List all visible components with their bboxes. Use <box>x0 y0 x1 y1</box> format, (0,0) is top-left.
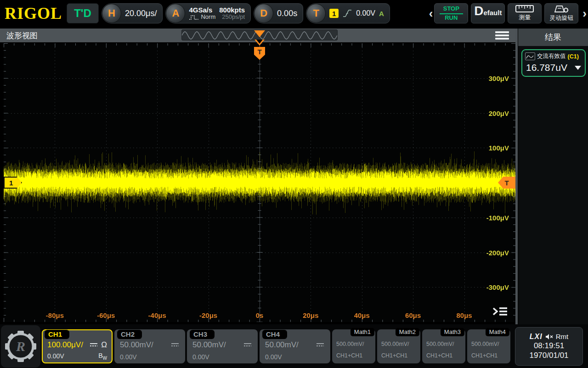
x-axis-label: 0s <box>256 311 264 319</box>
rigol-logo: RIGOL <box>5 4 62 23</box>
channel-button-ch3[interactable]: CH3 50.00mV/ 0.00V <box>187 329 258 363</box>
channel-offset: 0.00V <box>120 353 137 361</box>
channel-scale: 50.00mV/ <box>265 340 299 350</box>
math-scale: 500.00mV/ <box>381 341 418 347</box>
math-expression: CH1+CH1 <box>426 352 464 359</box>
toolbar-scroll-left-icon[interactable]: ‹ <box>428 3 435 23</box>
waveform-overview-strip[interactable] <box>181 29 338 40</box>
acquisition-mode-value: Norm <box>201 14 215 21</box>
speaker-muted-icon <box>545 334 553 340</box>
ruler-icon <box>515 5 534 12</box>
trigger-status-badge: T'D <box>67 3 99 23</box>
math-expression: CH1+CH1 <box>336 352 373 359</box>
measurement-thumbnail-icon <box>525 52 535 60</box>
default-label-rest: efault <box>483 9 502 17</box>
measurement-dropdown-icon[interactable] <box>575 66 581 70</box>
math-button-math3[interactable]: Math3 500.00mV/ CH1+CH1 <box>422 329 465 363</box>
measure-button[interactable]: 测量 <box>508 3 542 23</box>
trigger-position-marker[interactable]: T <box>254 40 266 60</box>
panel-divider[interactable] <box>515 29 518 324</box>
waveform-trace-canvas <box>4 43 515 322</box>
bottom-bar: R CH1 100.00μV/ Ω 0.00V BW <box>0 324 588 368</box>
channel-button-ch2[interactable]: CH2 50.00mV/ 0.00V <box>114 329 185 363</box>
rigol-menu-button[interactable]: R <box>1 325 40 368</box>
trigger-knob[interactable]: T <box>306 4 326 23</box>
measurement-card[interactable]: 交流有效值 (C1) 16.787uV <box>521 49 586 77</box>
memory-depth-value: 800kpts <box>219 6 245 14</box>
delay-key-label: D <box>260 7 267 19</box>
system-time: 08:19:51 <box>534 341 564 351</box>
channel-scale: 100.00μV/ <box>47 340 83 350</box>
lxi-logo: LXI <box>530 333 543 341</box>
y-axis-label: -100μV <box>486 213 509 221</box>
status-clock-panel[interactable]: LXI Rmt 08:19:51 1970/01/01 <box>515 327 583 366</box>
run-label: RUN <box>445 14 458 22</box>
top-bar: RIGOL T'D H 20.00μs/ A 4GSa/s Norm 800kp… <box>0 0 588 27</box>
trigger-button[interactable]: T 1 0.00V A <box>306 3 390 23</box>
default-button[interactable]: Default <box>471 3 505 23</box>
expand-menu-icon[interactable] <box>492 305 509 318</box>
trigger-key-label: T <box>313 7 319 19</box>
delay-value: 0.00s <box>277 9 297 18</box>
preview-trigger-position-icon[interactable] <box>254 30 265 37</box>
stop-run-button[interactable]: STOP RUN <box>434 3 468 23</box>
dc-coupling-icon <box>170 342 180 347</box>
channel-offset: 0.00V <box>47 352 64 360</box>
stop-label: STOP <box>440 5 463 14</box>
channel-tab-label: CH4 <box>262 330 287 339</box>
horizontal-knob[interactable]: H <box>102 4 121 23</box>
trigger-level-value: 0.00V <box>356 9 375 17</box>
horizontal-key-label: H <box>108 7 115 19</box>
resolution-value: 250ps/pt <box>219 14 245 21</box>
system-date: 1970/01/01 <box>529 351 568 360</box>
bandwidth-label: BW <box>98 352 107 361</box>
math-scale: 500.00mV/ <box>426 341 464 347</box>
dc-coupling-icon <box>243 342 252 347</box>
trigger-flag-icon[interactable]: T <box>254 47 265 60</box>
math-tab-label: Math2 <box>396 328 419 336</box>
x-axis-label: -20μs <box>199 311 217 319</box>
math-tab-label: Math4 <box>486 328 509 336</box>
dc-coupling-icon <box>89 342 98 347</box>
x-axis-label: 40μs <box>354 311 370 319</box>
math-scale: 500.00mV/ <box>471 341 509 347</box>
math-tab-label: Math1 <box>351 328 374 336</box>
math-button-math1[interactable]: Math1 500.00mV/ CH1+CH1 <box>332 329 375 363</box>
toolbar-scroll-right-icon[interactable]: › <box>581 3 588 23</box>
channel-offset: 0.00V <box>265 353 282 361</box>
channel-scale: 50.00mV/ <box>192 340 226 350</box>
delay-button[interactable]: D 0.00s <box>254 3 303 23</box>
flex-knob-button[interactable]: 灵动旋钮 <box>544 3 578 23</box>
math-expression: CH1+CH1 <box>471 352 509 359</box>
math-expression: CH1+CH1 <box>381 352 418 359</box>
x-axis-label: 20μs <box>303 311 318 319</box>
math-button-math2[interactable]: Math2 500.00mV/ CH1+CH1 <box>377 329 420 363</box>
acquisition-knob[interactable]: A <box>166 4 185 23</box>
channel-offset: 0.00V <box>192 353 209 361</box>
acquisition-button[interactable]: A 4GSa/s Norm 800kpts 250ps/pt <box>165 3 251 23</box>
remote-status-label: Rmt <box>556 333 569 340</box>
knob-gear-icon <box>553 5 570 13</box>
results-panel-title: 结果 <box>518 29 588 46</box>
channel-button-ch1[interactable]: CH1 100.00μV/ Ω 0.00V BW <box>42 329 113 363</box>
horizontal-scale-button[interactable]: H 20.00μs/ <box>102 3 163 23</box>
menu-icon[interactable] <box>495 31 509 40</box>
graticule[interactable]: -80μs -60μs -40μs -20μs 0s 20μs 40μs 60μ… <box>4 43 515 322</box>
channel-button-ch4[interactable]: CH4 50.00mV/ 0.00V <box>260 329 330 363</box>
measurement-name: 交流有效值 <box>537 52 566 60</box>
trigger-sweep-mode: A <box>379 10 384 17</box>
math-button-math4[interactable]: Math4 500.00mV/ CH1+CH1 <box>467 329 510 363</box>
measurement-value: 16.787uV <box>526 62 567 73</box>
tab-waveform-view[interactable]: 波形视图 <box>6 29 38 42</box>
default-label-initial: D <box>474 4 483 18</box>
delay-knob[interactable]: D <box>254 4 273 23</box>
dc-coupling-icon <box>316 342 325 347</box>
math-tab-label: Math3 <box>441 328 464 336</box>
channel-tab-label: CH2 <box>117 330 142 339</box>
trigger-source-chip: 1 <box>329 9 339 18</box>
y-axis-label: -300μV <box>486 283 509 291</box>
x-axis-label: -80μs <box>46 311 64 319</box>
flex-knob-label: 灵动旋钮 <box>549 14 573 22</box>
trigger-position-triangle-icon <box>254 40 265 46</box>
channel-tab-label: CH3 <box>190 330 215 339</box>
